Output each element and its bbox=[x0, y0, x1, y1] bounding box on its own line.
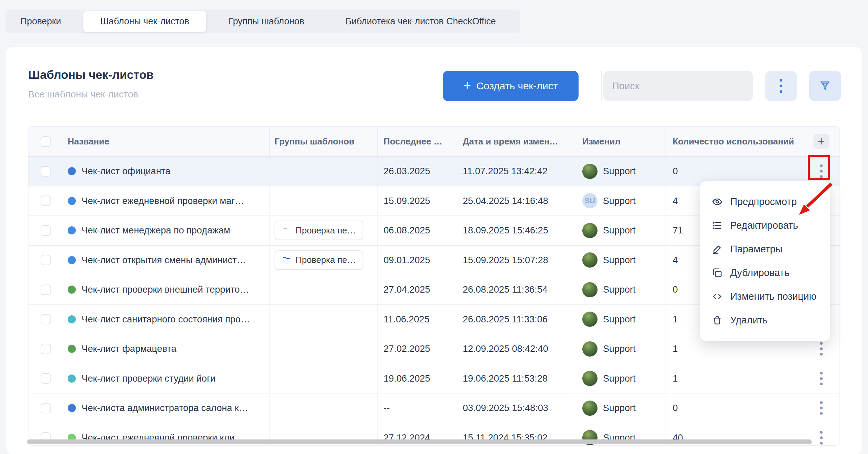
modified-datetime: 12.09.2025 08:42:40 bbox=[463, 343, 548, 354]
editor-name: Support bbox=[603, 225, 635, 236]
tab-template-groups[interactable]: Группы шаблонов bbox=[214, 10, 319, 33]
template-name[interactable]: Чек-лист фармацевта bbox=[82, 343, 176, 354]
tab-inspections[interactable]: Проверки bbox=[5, 10, 76, 33]
plus-icon: + bbox=[463, 79, 471, 92]
menu-item-delete[interactable]: Удалить bbox=[700, 308, 830, 332]
code-icon bbox=[712, 291, 723, 302]
row-checkbox[interactable] bbox=[41, 225, 51, 236]
menu-item-preview[interactable]: Предпросмотр bbox=[700, 190, 830, 213]
row-checkbox[interactable] bbox=[41, 255, 51, 265]
status-dot-icon bbox=[68, 404, 76, 412]
page-title: Шаблоны чек-листов bbox=[28, 68, 154, 82]
editor-avatar: SU bbox=[582, 193, 598, 208]
column-header-name[interactable]: Название bbox=[68, 136, 109, 147]
kebab-icon bbox=[780, 79, 782, 82]
editor-name: Support bbox=[603, 403, 635, 413]
template-name[interactable]: Чек-лист проверки студии йоги bbox=[82, 373, 216, 384]
menu-item-parameters[interactable]: Параметры bbox=[700, 237, 830, 261]
last-usage-date: 06.08.2025 bbox=[384, 225, 430, 236]
usage-count: 1 bbox=[673, 373, 678, 384]
editor-avatar bbox=[582, 282, 598, 297]
usage-count: 4 bbox=[673, 255, 678, 266]
usage-count: 0 bbox=[673, 166, 678, 177]
menu-item-edit[interactable]: Редактировать bbox=[700, 213, 830, 237]
row-checkbox[interactable] bbox=[41, 166, 51, 177]
row-menu-button[interactable] bbox=[815, 428, 827, 446]
horizontal-scrollbar-thumb[interactable] bbox=[27, 439, 812, 444]
row-checkbox[interactable] bbox=[41, 285, 51, 295]
status-dot-icon bbox=[68, 226, 76, 234]
usage-count: 4 bbox=[673, 196, 678, 206]
modified-datetime: 26.08.2025 11:33:06 bbox=[463, 314, 547, 325]
row-menu-button[interactable] bbox=[815, 339, 827, 359]
modified-datetime: 25.04.2025 14:16:48 bbox=[463, 196, 548, 206]
filter-button[interactable] bbox=[809, 71, 841, 101]
editor-name: Support bbox=[603, 343, 635, 354]
template-name[interactable]: Чек-лист санитарного состояния про… bbox=[82, 314, 250, 325]
editor-name: Support bbox=[603, 284, 635, 295]
status-dot-icon bbox=[68, 256, 76, 264]
usage-count: 1 bbox=[673, 343, 678, 354]
row-checkbox[interactable] bbox=[41, 403, 51, 413]
last-usage-date: 26.03.2025 bbox=[384, 166, 430, 177]
editor-avatar bbox=[582, 312, 598, 327]
list-icon bbox=[712, 220, 723, 231]
template-name[interactable]: Чек-лист ежедневной проверки маг… bbox=[82, 196, 244, 206]
page-subtitle: Все шаблоны чек-листов bbox=[28, 89, 138, 100]
last-usage-date: -- bbox=[384, 403, 390, 413]
status-dot-icon bbox=[68, 167, 76, 175]
editor-avatar bbox=[582, 401, 598, 416]
last-usage-date: 11.06.2025 bbox=[384, 314, 430, 325]
modified-datetime: 18.09.2025 15:46:25 bbox=[463, 225, 548, 236]
row-checkbox[interactable] bbox=[41, 344, 51, 354]
table-row: Чек-лист проверки студии йоги 19.06.2025… bbox=[28, 364, 840, 394]
folder-icon bbox=[282, 226, 291, 235]
row-checkbox[interactable] bbox=[41, 314, 51, 324]
template-name[interactable]: Чек-листа администратора салона к… bbox=[82, 403, 248, 413]
row-menu-button[interactable] bbox=[815, 161, 827, 181]
row-context-menu: Предпросмотр Редактировать Параметры Дуб… bbox=[700, 181, 830, 341]
copy-icon bbox=[712, 267, 723, 278]
column-header-groups[interactable]: Группы шаблонов bbox=[275, 136, 354, 147]
column-header-datetime[interactable]: Дата и время измен… bbox=[463, 136, 558, 147]
tab-checklist-templates[interactable]: Шаблоны чек-листов bbox=[83, 11, 206, 32]
menu-item-duplicate[interactable]: Дублировать bbox=[700, 261, 830, 285]
editor-avatar bbox=[582, 371, 598, 386]
column-header-editor[interactable]: Изменил bbox=[582, 136, 621, 147]
search-input[interactable] bbox=[603, 71, 753, 101]
row-menu-button[interactable] bbox=[815, 398, 827, 418]
select-all-checkbox[interactable] bbox=[41, 136, 51, 147]
menu-item-change-position[interactable]: Изменить позицию bbox=[700, 285, 830, 308]
last-usage-date: 27.04.2025 bbox=[384, 284, 430, 295]
create-checklist-button[interactable]: + Создать чек-лист bbox=[443, 71, 579, 101]
template-name[interactable]: Чек-лист проверки внешней террито… bbox=[82, 284, 249, 295]
template-name[interactable]: Чек-лист менеджера по продажам bbox=[82, 225, 230, 236]
folder-icon bbox=[282, 255, 291, 265]
last-usage-date: 15.09.2025 bbox=[384, 196, 430, 206]
modified-datetime: 03.09.2025 15:48:03 bbox=[463, 403, 548, 413]
table-header-row: Название Группы шаблонов Последнее … Дат… bbox=[28, 127, 840, 157]
editor-avatar bbox=[582, 223, 598, 238]
template-name[interactable]: Чек-лист официанта bbox=[82, 166, 171, 177]
modified-datetime: 11.07.2025 13:42:42 bbox=[463, 166, 547, 177]
add-column-button[interactable]: + bbox=[813, 134, 829, 149]
toolbar-kebab-button[interactable] bbox=[765, 71, 797, 101]
row-checkbox[interactable] bbox=[41, 196, 51, 206]
status-dot-icon bbox=[68, 286, 76, 294]
status-dot-icon bbox=[68, 374, 76, 383]
tab-bar: Проверки Шаблоны чек-листов Группы шабло… bbox=[5, 10, 520, 33]
tab-checkoffice-library[interactable]: Библиотека чек-листов CheckOffice bbox=[331, 10, 511, 33]
modified-datetime: 26.08.2025 11:36:54 bbox=[463, 284, 547, 295]
template-name[interactable]: Чек-лист открытия смены админист… bbox=[82, 255, 246, 266]
modified-datetime: 19.06.2025 11:53:28 bbox=[463, 373, 547, 384]
template-group-chip[interactable]: Проверка пе… bbox=[275, 221, 363, 240]
column-header-count[interactable]: Количество использований bbox=[673, 136, 794, 147]
template-group-chip[interactable]: Проверка пе… bbox=[275, 250, 363, 270]
row-menu-button[interactable] bbox=[815, 368, 827, 389]
editor-avatar bbox=[582, 252, 598, 268]
editor-name: Support bbox=[603, 373, 635, 384]
column-header-last[interactable]: Последнее … bbox=[384, 136, 442, 147]
row-checkbox[interactable] bbox=[41, 373, 51, 384]
status-dot-icon bbox=[68, 315, 76, 323]
editor-avatar bbox=[582, 164, 598, 179]
